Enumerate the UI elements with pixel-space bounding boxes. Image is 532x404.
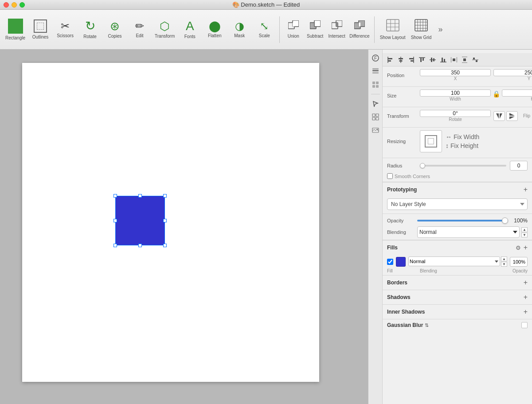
fonts-icon: A: [186, 20, 194, 32]
transform-rotate-input[interactable]: [420, 110, 491, 117]
canvas-area[interactable]: [0, 50, 368, 404]
tool-more[interactable]: »: [435, 12, 446, 47]
position-row: Position X Y: [387, 69, 528, 81]
tool-intersect[interactable]: Intersect: [327, 12, 347, 47]
fix-width-option[interactable]: ↔ Fix Width: [446, 133, 479, 140]
fill-color-swatch[interactable]: [396, 257, 406, 267]
blending-stepper: ▲ ▼: [521, 227, 528, 237]
tool-scale[interactable]: ⤡ Scale: [253, 12, 276, 47]
rotate-icon: ↻: [85, 20, 95, 32]
fix-height-option[interactable]: ↕ Fix Height: [446, 142, 479, 149]
position-section: Position X Y: [383, 66, 532, 87]
handle-top-right[interactable]: [163, 194, 167, 198]
opacity-slider[interactable]: [417, 220, 508, 221]
handle-middle-right[interactable]: [163, 219, 167, 222]
transform-section: Transform Rotate: [383, 107, 532, 128]
fills-section: Fills ⚙ + Normal ▲: [383, 240, 532, 275]
tool-show-layout[interactable]: Show Layout: [378, 12, 407, 47]
fills-add-btn[interactable]: +: [524, 244, 528, 251]
sidebar-btn-grid[interactable]: [370, 111, 381, 123]
svg-rect-34: [376, 114, 379, 117]
fills-gear-icon[interactable]: ⚙: [516, 245, 521, 251]
prototyping-add-btn[interactable]: +: [524, 186, 528, 193]
resize-box[interactable]: [420, 130, 442, 152]
tool-outlines[interactable]: Outlines: [29, 12, 52, 47]
align-horizontal-centers-btn[interactable]: [396, 55, 406, 65]
handle-top-left[interactable]: [113, 194, 117, 198]
borders-add-btn[interactable]: +: [524, 279, 528, 286]
tool-copies[interactable]: ⊛ Copies: [103, 12, 126, 47]
fill-enabled-checkbox[interactable]: [387, 259, 393, 265]
shadows-header: Shadows +: [383, 290, 532, 304]
title-text: 🎨 Demo.sketch — Edited: [232, 1, 300, 8]
title-bar: 🎨 Demo.sketch — Edited: [0, 0, 532, 10]
blending-step-up[interactable]: ▲: [521, 227, 528, 232]
maximize-button[interactable]: [20, 2, 25, 8]
radius-input[interactable]: [510, 161, 528, 171]
fill-step-down[interactable]: ▼: [501, 262, 507, 267]
handle-bottom-center[interactable]: [138, 244, 142, 247]
radius-slider[interactable]: [420, 165, 506, 167]
fill-blending-select[interactable]: Normal: [408, 256, 500, 266]
distribute-horizontal-btn[interactable]: [449, 55, 459, 65]
borders-header: Borders +: [383, 276, 532, 290]
sidebar-btn-layers[interactable]: [370, 66, 381, 77]
handle-bottom-right[interactable]: [163, 244, 167, 247]
tool-show-grid[interactable]: Show Grid: [409, 12, 433, 47]
tool-transform[interactable]: ⬡ Transform: [153, 12, 176, 47]
blending-select[interactable]: Normal Darken Multiply Screen Overlay Li…: [417, 226, 520, 238]
copies-icon: ⊛: [110, 20, 120, 32]
flip-vertical-btn[interactable]: [506, 111, 518, 121]
distribute-vertical-btn[interactable]: [460, 55, 469, 65]
size-width-input[interactable]: [420, 89, 491, 97]
size-lock-icon[interactable]: 🔒: [493, 90, 500, 97]
smooth-corners-checkbox[interactable]: [387, 173, 393, 179]
align-extra-btn[interactable]: [470, 55, 480, 65]
tool-edit[interactable]: ✏ Edit: [128, 12, 151, 47]
tool-fonts[interactable]: A Fonts: [178, 12, 201, 47]
fill-opacity-input[interactable]: [510, 257, 528, 267]
position-y-input[interactable]: [493, 69, 532, 76]
svg-rect-43: [399, 58, 403, 59]
align-right-edges-btn[interactable]: [407, 55, 416, 65]
gaussian-blur-checkbox[interactable]: [521, 322, 528, 328]
layer-style-section: No Layer Style: [383, 197, 532, 214]
align-top-edges-btn[interactable]: [417, 55, 427, 65]
handle-bottom-left[interactable]: [113, 244, 117, 247]
align-vertical-centers-btn[interactable]: [428, 55, 438, 65]
align-bottom-edges-btn[interactable]: [438, 55, 448, 65]
position-x-input[interactable]: [420, 69, 491, 76]
svg-rect-62: [463, 58, 466, 61]
handle-top-center[interactable]: [138, 194, 142, 198]
tool-subtract[interactable]: Subtract: [305, 12, 325, 47]
tool-rectangle[interactable]: Rectangle: [4, 12, 27, 47]
layer-style-select[interactable]: No Layer Style: [387, 198, 528, 210]
sidebar-btn-add-img[interactable]: [370, 124, 381, 136]
gaussian-stepper-icon[interactable]: ⇅: [425, 322, 429, 328]
borders-section: Borders +: [383, 275, 532, 290]
sidebar-btn-arrow[interactable]: [370, 98, 381, 109]
inner-shadows-add-btn[interactable]: +: [524, 308, 528, 315]
align-left-edges-btn[interactable]: [385, 55, 395, 65]
handle-middle-left[interactable]: [113, 219, 117, 222]
svg-rect-40: [388, 58, 392, 59]
selected-rectangle[interactable]: [115, 196, 165, 245]
blending-step-down[interactable]: ▼: [521, 233, 528, 237]
tool-rotate[interactable]: ↻ Rotate: [78, 12, 102, 47]
minimize-button[interactable]: [12, 2, 17, 8]
flip-horizontal-btn[interactable]: [493, 111, 505, 121]
fill-step-up[interactable]: ▲: [501, 256, 507, 261]
alignment-row: [383, 53, 532, 66]
tool-flatten[interactable]: ⬤ Flatten: [203, 12, 226, 47]
tool-difference[interactable]: Difference: [348, 12, 370, 47]
close-button[interactable]: [4, 2, 9, 8]
tool-scissors[interactable]: ✂ Scissors: [54, 12, 77, 47]
tool-union[interactable]: Union: [283, 12, 303, 47]
sidebar-btn-export[interactable]: [370, 79, 381, 90]
svg-rect-11: [387, 19, 399, 31]
shadows-add-btn[interactable]: +: [524, 294, 528, 301]
sidebar-btn-f[interactable]: F: [370, 52, 381, 64]
resizing-section: Resizing ↔ Fix Width: [383, 128, 532, 158]
tool-mask[interactable]: ◑ Mask: [228, 12, 251, 47]
size-height-input[interactable]: [502, 89, 532, 97]
